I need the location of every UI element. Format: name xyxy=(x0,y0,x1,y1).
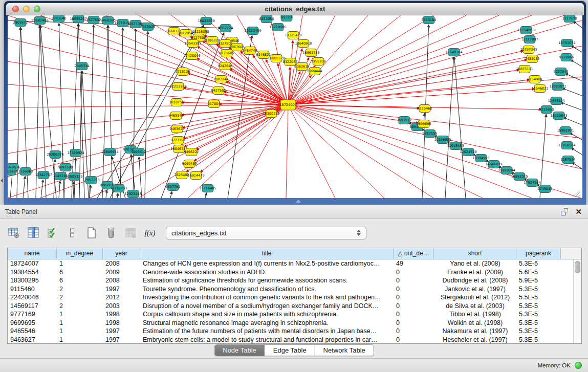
cell-outde[interactable]: 0 xyxy=(394,293,434,302)
cell-year[interactable]: 1997 xyxy=(103,336,140,344)
graph-node[interactable]: 2893140 xyxy=(52,15,67,23)
cell-indegree[interactable]: 1 xyxy=(57,259,103,268)
cell-short[interactable]: Jankovic et al. (1997) xyxy=(434,285,516,294)
cell-year[interactable]: 2008 xyxy=(103,259,140,268)
cell-outde[interactable]: 0 xyxy=(394,319,434,327)
cell-title[interactable]: Estimation of the future numbers of pati… xyxy=(140,327,394,336)
graph-node[interactable]: 9699695 xyxy=(417,120,431,128)
graph-node[interactable]: 7857224 xyxy=(219,25,233,32)
cell-name[interactable]: 9463627 xyxy=(8,336,57,344)
cell-short[interactable]: Wolkin et al. (1998) xyxy=(434,319,516,327)
cell-indegree[interactable]: 1 xyxy=(57,336,103,344)
graph-node[interactable]: 1167534 xyxy=(561,156,576,164)
cell-name[interactable]: 9465546 xyxy=(8,327,57,336)
column-header-indegree[interactable]: in_degree xyxy=(57,248,103,259)
cell-name[interactable]: 14569117 xyxy=(8,302,57,311)
graph-node[interactable]: 16648784 xyxy=(445,49,462,56)
cell-indegree[interactable]: 1 xyxy=(57,319,103,327)
graph-node[interactable]: 17957253 xyxy=(82,177,99,184)
table-vertical-scrollbar[interactable] xyxy=(573,259,581,343)
cell-name[interactable]: 18300295 xyxy=(8,276,57,285)
column-header-name[interactable]: name xyxy=(8,248,57,259)
graph-node[interactable]: 12923448 xyxy=(124,190,141,198)
table-settings-icon[interactable] xyxy=(7,226,20,239)
cell-title[interactable]: Corpus callosum shape and size in male p… xyxy=(140,310,394,319)
table-row[interactable]: 969969511998Structural magnetic resonanc… xyxy=(8,319,581,327)
tab-network-table[interactable]: Network Table xyxy=(315,345,374,356)
graph-node[interactable]: 12217097 xyxy=(521,36,538,43)
cell-short[interactable]: Nakamura et al. (1997) xyxy=(434,327,516,336)
cell-year[interactable]: 1997 xyxy=(103,285,140,294)
panel-collapse-arrow-icon[interactable] xyxy=(1,179,3,183)
select-column-icon[interactable] xyxy=(27,226,40,239)
cell-short[interactable]: Stergiakouli et al. (2012) xyxy=(434,293,516,302)
graph-node[interactable]: 9215953 xyxy=(539,106,554,114)
graph-node[interactable]: 9115460 xyxy=(418,105,432,113)
table-row[interactable]: 1938455462009Genome-wide association stu… xyxy=(8,268,581,277)
graph-node[interactable]: 6466160 xyxy=(101,17,116,25)
cell-title[interactable]: Disruption of a novel member of a sodium… xyxy=(140,302,394,311)
graph-node[interactable]: 9357155 xyxy=(423,130,438,138)
function-builder-icon[interactable]: f(x) xyxy=(143,226,157,239)
graph-node[interactable]: 85723 xyxy=(281,15,292,21)
graph-node[interactable]: 19218906 xyxy=(269,24,286,31)
new-table-icon[interactable] xyxy=(85,226,98,239)
graph-node[interactable]: 1810755 xyxy=(169,99,184,106)
graph-node[interactable]: 9777169 xyxy=(171,137,186,144)
column-header-year[interactable]: year xyxy=(103,248,140,259)
graph-node[interactable]: 10875131 xyxy=(516,65,533,73)
column-header-short[interactable]: short xyxy=(434,248,516,259)
table-row[interactable]: 911546021997Tourette syndrome. Phenomeno… xyxy=(8,285,581,294)
graph-node[interactable]: 17359924 xyxy=(67,149,84,157)
table-row[interactable]: 977716911998Corpus callosum shape and si… xyxy=(8,310,581,319)
graph-node[interactable]: 9245012 xyxy=(538,185,553,193)
graph-node[interactable]: 1527602 xyxy=(86,16,101,24)
cell-outde[interactable]: 0 xyxy=(394,276,434,285)
cell-short[interactable]: Tibbo et al. (1998) xyxy=(434,310,516,319)
graph-node[interactable]: 9242848 xyxy=(218,62,233,70)
graph-node[interactable]: 8427552 xyxy=(211,87,226,95)
cell-pagerank[interactable]: 5.3E-5 xyxy=(516,327,561,336)
cell-pagerank[interactable]: 5.3E-5 xyxy=(516,285,561,294)
column-header-pagerank[interactable]: pagerank xyxy=(516,248,561,259)
cell-title[interactable]: Genome-wide association studies in ADHD. xyxy=(140,268,394,277)
network-window-titlebar[interactable]: citations_edges.txt xyxy=(6,3,584,15)
cell-name[interactable]: 22420046 xyxy=(8,293,57,302)
cell-indegree[interactable]: 6 xyxy=(57,268,103,277)
cell-pagerank[interactable]: 5.9E-5 xyxy=(516,276,561,285)
cell-outde[interactable]: 0 xyxy=(394,336,434,344)
close-panel-icon[interactable]: ✕ xyxy=(575,208,582,215)
cell-year[interactable]: 2012 xyxy=(103,293,140,302)
graph-node[interactable]: 10655287 xyxy=(70,15,86,23)
cell-outde[interactable]: 0 xyxy=(394,268,434,277)
cell-year[interactable]: 1997 xyxy=(103,327,140,336)
cell-pagerank[interactable]: 5.3E-5 xyxy=(516,319,561,327)
graph-node-hub[interactable]: 18724007 xyxy=(279,100,296,110)
graph-node[interactable]: 8413104 xyxy=(422,16,437,24)
cell-indegree[interactable]: 2 xyxy=(57,302,103,311)
cell-year[interactable]: 1998 xyxy=(103,319,140,327)
cell-short[interactable]: Dudbridge et al. (2008) xyxy=(434,276,516,285)
graph-node[interactable]: 9227343 xyxy=(554,68,569,76)
graph-node[interactable]: 15751074 xyxy=(558,39,575,47)
cell-year[interactable]: 2003 xyxy=(103,302,140,311)
graph-node[interactable]: 7955209 xyxy=(311,58,326,65)
graph-node[interactable]: 1156863 xyxy=(18,168,33,176)
graph-node[interactable]: 11546022 xyxy=(531,85,548,93)
graph-node[interactable]: 12093872 xyxy=(549,83,566,91)
cell-outde[interactable]: 0 xyxy=(394,310,434,319)
graph-node[interactable]: 2905572 xyxy=(13,19,28,27)
graph-node[interactable]: 7691917 xyxy=(397,117,412,124)
cell-outde[interactable]: 0 xyxy=(394,285,434,294)
cell-year[interactable]: 2008 xyxy=(103,276,140,285)
graph-node[interactable]: 2803144 xyxy=(214,76,229,83)
network-canvas[interactable]: 1872400729055722089140628931401065528715… xyxy=(8,15,582,198)
graph-node[interactable]: 2905334 xyxy=(75,62,90,70)
column-header-outde[interactable]: △ out_de… xyxy=(394,248,434,259)
cell-short[interactable]: Yano et al. (2008) xyxy=(434,259,516,268)
cell-year[interactable]: 1998 xyxy=(103,310,140,319)
graph-node[interactable]: 8990444 xyxy=(308,68,322,75)
cell-indegree[interactable]: 2 xyxy=(57,285,103,294)
cell-name[interactable]: 9115460 xyxy=(8,285,57,294)
cell-name[interactable]: 9777169 xyxy=(8,310,57,319)
